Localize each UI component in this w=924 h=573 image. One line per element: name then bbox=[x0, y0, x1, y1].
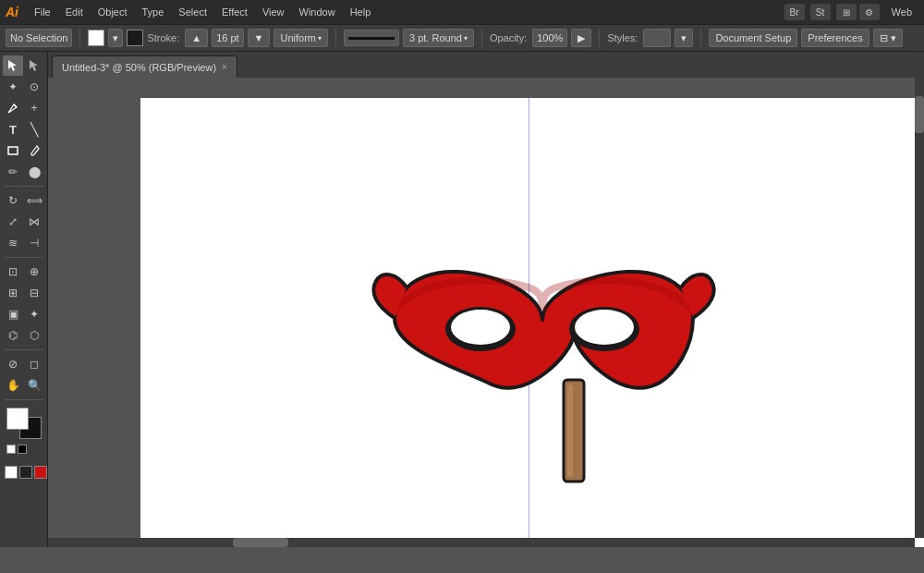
pen-tool[interactable] bbox=[3, 98, 23, 118]
warp-tool[interactable]: ≋ bbox=[3, 233, 23, 253]
magic-wand-tool[interactable]: ✦ bbox=[3, 77, 23, 97]
tab-title: Untitled-3* @ 50% (RGB/Preview) bbox=[62, 62, 216, 73]
separator bbox=[79, 29, 80, 47]
rotate-tool[interactable]: ↻ bbox=[3, 190, 23, 211]
svg-rect-3 bbox=[8, 147, 18, 154]
artboard bbox=[140, 98, 924, 547]
pen-tools: + bbox=[3, 98, 44, 118]
svg-point-9 bbox=[575, 310, 634, 345]
eyedropper-tool[interactable]: ✦ bbox=[24, 304, 44, 324]
tab-bar: Untitled-3* @ 50% (RGB/Preview) × bbox=[48, 52, 924, 78]
slice-tool[interactable]: ⊘ bbox=[3, 354, 23, 374]
gradient-tool[interactable]: ▣ bbox=[3, 304, 23, 324]
live-paint-tool[interactable]: ⬡ bbox=[24, 325, 44, 346]
select-tool[interactable] bbox=[3, 55, 23, 76]
shape-builder-tool[interactable]: ⊕ bbox=[24, 262, 44, 282]
type-tool[interactable]: T bbox=[3, 119, 23, 140]
separator2 bbox=[335, 29, 336, 47]
pencil-tool[interactable]: ✏ bbox=[3, 162, 23, 182]
uniform-dropdown[interactable]: Uniform ▾ bbox=[274, 29, 328, 47]
horizontal-scrollbar[interactable] bbox=[48, 538, 915, 547]
arrange-button[interactable]: ⚙ bbox=[859, 4, 880, 20]
stroke-width-up[interactable]: ▲ bbox=[185, 29, 208, 47]
tool-separator-2 bbox=[5, 257, 43, 258]
svg-marker-1 bbox=[30, 60, 38, 71]
stroke-width-down[interactable]: ▼ bbox=[248, 29, 271, 47]
hand-tool[interactable]: ✋ bbox=[3, 375, 23, 396]
svg-line-2 bbox=[14, 104, 17, 107]
round-dropdown[interactable]: 3 pt. Round ▾ bbox=[403, 29, 474, 47]
shear-tool[interactable]: ⋈ bbox=[24, 212, 44, 232]
opacity-more[interactable]: ▶ bbox=[571, 29, 591, 47]
slice-tools: ⊘ ◻ bbox=[3, 354, 44, 374]
doc-setup-button[interactable]: Document Setup bbox=[709, 29, 797, 47]
width-tool[interactable]: ⊣ bbox=[24, 233, 44, 253]
lasso-tool[interactable]: ⊙ bbox=[24, 77, 44, 97]
arrange-icons[interactable]: ⊟ ▾ bbox=[873, 29, 903, 47]
fill-none-icon[interactable] bbox=[5, 466, 18, 479]
paintbrush-tool[interactable] bbox=[24, 140, 44, 161]
fill-color-box[interactable] bbox=[88, 30, 104, 46]
anchor-tool[interactable]: + bbox=[24, 98, 44, 118]
magic-lasso-tools: ✦ ⊙ bbox=[3, 77, 44, 97]
document-tab[interactable]: Untitled-3* @ 50% (RGB/Preview) × bbox=[52, 55, 237, 78]
zoom-tool[interactable]: 🔍 bbox=[24, 375, 44, 396]
rotate-tools: ↻ ⟺ bbox=[3, 190, 44, 211]
stroke-value[interactable]: 16 pt bbox=[212, 29, 243, 47]
toolbar: ✦ ⊙ + T ╲ ✏ ⬤ ↻ ⟺ bbox=[0, 52, 48, 547]
menu-type[interactable]: Type bbox=[136, 5, 171, 19]
web-menu[interactable]: Web bbox=[885, 5, 918, 19]
menu-file[interactable]: File bbox=[28, 5, 57, 19]
tool-separator-4 bbox=[5, 399, 43, 400]
free-transform-tool[interactable]: ⊡ bbox=[3, 262, 23, 282]
reflect-tool[interactable]: ⟺ bbox=[24, 190, 44, 211]
direct-select-tool[interactable] bbox=[24, 55, 44, 76]
vertical-scrollbar[interactable] bbox=[915, 78, 924, 538]
workspace-button[interactable]: ⊞ bbox=[836, 4, 857, 20]
hand-zoom-tools: ✋ 🔍 bbox=[3, 375, 44, 396]
stroke-color-box[interactable] bbox=[127, 30, 143, 46]
foreground-color[interactable] bbox=[6, 408, 29, 430]
menu-effect[interactable]: Effect bbox=[215, 5, 254, 19]
swap-colors[interactable] bbox=[18, 445, 27, 454]
blob-tool[interactable]: ⬤ bbox=[24, 162, 44, 182]
perspective-tool[interactable]: ⊞ bbox=[3, 283, 23, 303]
preferences-button[interactable]: Preferences bbox=[801, 29, 869, 47]
shape-tools bbox=[3, 140, 44, 161]
tab-close-button[interactable]: × bbox=[222, 62, 227, 72]
svg-rect-5 bbox=[567, 384, 573, 477]
menu-help[interactable]: Help bbox=[344, 5, 378, 19]
color-icon[interactable] bbox=[34, 466, 47, 479]
menu-edit[interactable]: Edit bbox=[59, 5, 90, 19]
stock-button[interactable]: St bbox=[810, 4, 831, 20]
blend-tool[interactable]: ⌬ bbox=[3, 325, 23, 346]
opacity-value[interactable]: 100% bbox=[532, 29, 567, 47]
svg-marker-0 bbox=[8, 60, 17, 71]
fill-dropdown[interactable]: ▾ bbox=[108, 29, 123, 47]
reset-colors[interactable] bbox=[6, 445, 16, 454]
styles-label: Styles: bbox=[607, 32, 638, 43]
line-tool[interactable]: ╲ bbox=[24, 119, 44, 140]
gradient-tools: ▣ ✦ bbox=[3, 304, 44, 324]
blend-tools: ⌬ ⬡ bbox=[3, 325, 44, 346]
stroke-icon[interactable] bbox=[19, 466, 32, 479]
stroke-preview bbox=[344, 30, 399, 46]
svg-point-7 bbox=[451, 310, 510, 345]
rect-tool[interactable] bbox=[3, 140, 23, 161]
menu-select[interactable]: Select bbox=[172, 5, 213, 19]
menu-window[interactable]: Window bbox=[293, 5, 342, 19]
menu-view[interactable]: View bbox=[256, 5, 291, 19]
select-tools bbox=[3, 55, 44, 76]
styles-dropdown[interactable]: ▾ bbox=[675, 29, 693, 47]
mesh-tool[interactable]: ⊟ bbox=[24, 283, 44, 303]
styles-preview[interactable] bbox=[643, 29, 671, 47]
scale-tools: ⤢ ⋈ bbox=[3, 212, 44, 232]
canvas-area[interactable]: Untitled-3* @ 50% (RGB/Preview) × bbox=[48, 52, 924, 547]
color-area bbox=[6, 408, 45, 459]
menu-object[interactable]: Object bbox=[91, 5, 134, 19]
bridge-button[interactable]: Br bbox=[784, 4, 805, 20]
graph-tools: ⊡ ⊕ bbox=[3, 262, 44, 282]
scale-tool[interactable]: ⤢ bbox=[3, 212, 23, 232]
app-logo: Ai bbox=[6, 5, 18, 19]
eraser-tool[interactable]: ◻ bbox=[24, 354, 44, 374]
